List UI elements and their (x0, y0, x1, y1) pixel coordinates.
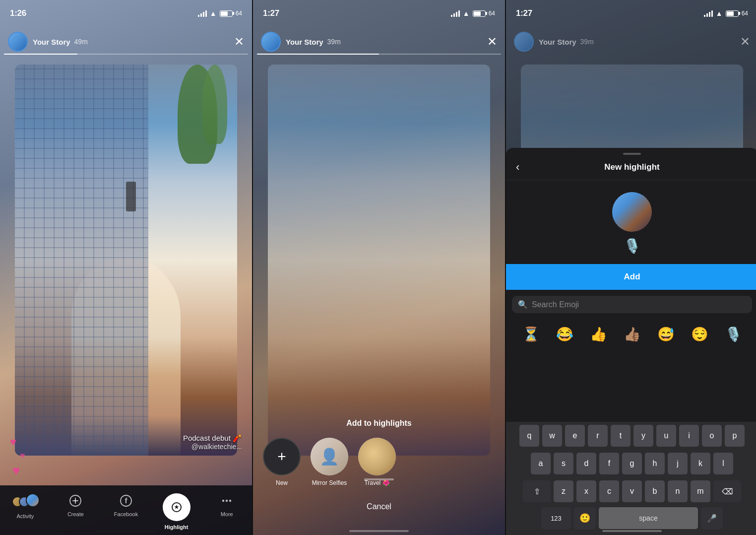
status-icons-1: ▲ 64 (198, 9, 242, 17)
key-c[interactable]: c (599, 480, 619, 502)
new-highlight-circle: + (263, 438, 301, 475)
numbers-key[interactable]: 123 (541, 507, 571, 529)
cancel-button[interactable]: Cancel (253, 498, 505, 515)
back-button[interactable]: ‹ (516, 161, 531, 174)
close-button-3[interactable]: ✕ (740, 35, 750, 49)
mirror-selfies-label: Mirror Selfies (312, 479, 347, 486)
emoji-hourglass[interactable]: ⏳ (520, 323, 542, 345)
facebook-label: Facebook (114, 511, 138, 517)
key-l[interactable]: l (713, 453, 733, 474)
kb-row-1: q w e r t y u i o p (506, 422, 756, 450)
key-u[interactable]: u (656, 425, 676, 447)
emoji-search-bar[interactable]: 🔍 (512, 296, 752, 313)
wifi-icon-3: ▲ (716, 9, 723, 17)
mirror-selfies-circle: 👤 (311, 438, 348, 475)
more-label: More (221, 511, 233, 517)
key-a[interactable]: a (531, 453, 551, 474)
panel-2: 1:27 ▲ 64 Your Story 39m ✕ (253, 0, 505, 535)
story-header-3: Your Story 39m ✕ (506, 27, 756, 57)
battery-icon-3 (726, 10, 739, 17)
key-r[interactable]: r (588, 425, 608, 447)
highlight-icon-bg (163, 493, 190, 521)
story-time-2: 39m (327, 38, 341, 46)
emoji-thumbsup[interactable]: 👍 (587, 323, 609, 345)
shift-key[interactable]: ⇧ (523, 480, 551, 502)
status-icons-2: ▲ 64 (451, 9, 495, 17)
heart-3: ♥ (12, 463, 20, 478)
nav-facebook[interactable]: f Facebook (101, 491, 151, 517)
space-key[interactable]: space (599, 507, 698, 529)
emoji-sweat-smile[interactable]: 😅 (655, 323, 677, 345)
key-j[interactable]: j (668, 453, 688, 474)
battery-icon-1 (220, 10, 233, 17)
emoji-search-input[interactable] (532, 300, 746, 309)
nav-create[interactable]: Create (51, 491, 101, 517)
close-button-2[interactable]: ✕ (487, 35, 497, 49)
create-label: Create (67, 511, 84, 517)
signal-icon-3 (704, 10, 713, 17)
key-s[interactable]: s (554, 453, 573, 474)
hp-cover-circle[interactable] (612, 192, 652, 232)
story-avatar-2[interactable] (261, 32, 281, 52)
key-v[interactable]: v (622, 480, 642, 502)
key-x[interactable]: x (576, 480, 596, 502)
key-m[interactable]: m (691, 480, 710, 502)
highlight-item-mirror[interactable]: 👤 Mirror Selfies (311, 438, 348, 486)
key-e[interactable]: e (565, 425, 585, 447)
caption-handle-text: @walkietechie... (183, 443, 242, 451)
svg-point-8 (229, 500, 231, 502)
battery-percent-1: 64 (236, 10, 242, 17)
heart-1: ♥ (10, 436, 16, 449)
wall-tiles (15, 65, 148, 456)
story-avatar-3[interactable] (514, 32, 534, 52)
key-g[interactable]: g (622, 453, 642, 474)
nav-activity[interactable]: Activity (0, 491, 51, 519)
key-z[interactable]: z (554, 480, 573, 502)
emoji-key[interactable]: 🙂 (574, 507, 596, 529)
status-time-1: 1:26 (10, 8, 26, 18)
travel-circle (358, 438, 396, 475)
microphone-key[interactable]: 🎤 (701, 507, 723, 529)
nav-more[interactable]: More (201, 491, 252, 517)
key-o[interactable]: o (702, 425, 722, 447)
keyboard: q w e r t y u i o p a s d f g h j (506, 422, 756, 535)
status-bar-2: 1:27 ▲ 64 (253, 0, 505, 27)
story-info-1: Your Story 49m (33, 38, 234, 46)
search-icon: 🔍 (518, 300, 528, 309)
key-t[interactable]: t (611, 425, 630, 447)
nav-highlight-active[interactable]: Highlight (151, 491, 202, 530)
hp-cover-area: 🎙️ (506, 180, 756, 264)
story-header-1: Your Story 49m ✕ (0, 27, 252, 57)
highlights-row: + New 👤 Mirror Selfies Travel 🌺 (253, 438, 505, 486)
facebook-icon: f (120, 494, 132, 507)
status-bar-1: 1:26 ▲ 64 (0, 0, 252, 27)
key-y[interactable]: y (633, 425, 653, 447)
key-w[interactable]: w (542, 425, 562, 447)
avatar-c (26, 493, 40, 507)
delete-key[interactable]: ⌫ (713, 480, 741, 502)
key-n[interactable]: n (668, 480, 688, 502)
story-photo (15, 65, 237, 456)
highlight-item-travel[interactable]: Travel 🌺 (358, 438, 396, 486)
emoji-thumbsup-brown[interactable]: 👍🏽 (621, 323, 643, 345)
key-i[interactable]: i (679, 425, 699, 447)
key-b[interactable]: b (645, 480, 665, 502)
story-avatar-1[interactable] (8, 32, 28, 52)
hp-header: ‹ New highlight (506, 155, 756, 180)
highlight-label: Highlight (165, 524, 189, 530)
key-f[interactable]: f (599, 453, 619, 474)
emoji-relieved[interactable]: 😌 (689, 323, 710, 345)
key-q[interactable]: q (519, 425, 539, 447)
microphone (126, 182, 136, 211)
add-button[interactable]: Add (506, 264, 756, 290)
key-d[interactable]: d (576, 453, 596, 474)
wifi-icon-2: ▲ (463, 9, 470, 17)
emoji-microphone[interactable]: 🎙️ (722, 323, 744, 345)
emoji-laugh[interactable]: 😂 (554, 323, 575, 345)
svg-rect-2 (72, 500, 78, 501)
key-k[interactable]: k (691, 453, 710, 474)
close-button-1[interactable]: ✕ (234, 35, 244, 49)
key-p[interactable]: p (725, 425, 745, 447)
key-h[interactable]: h (645, 453, 665, 474)
highlight-item-new[interactable]: + New (263, 438, 301, 486)
